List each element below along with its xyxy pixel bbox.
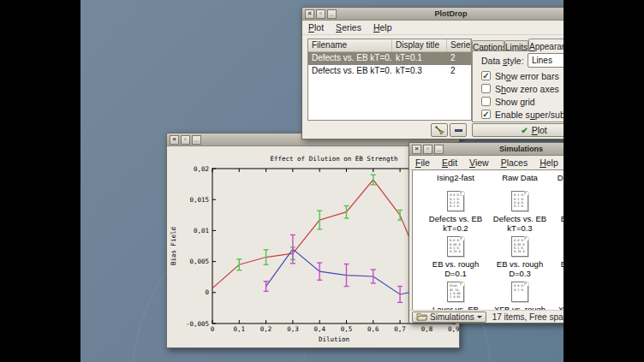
file-item-ising2-fast[interactable]: Ising2-fast [424,173,487,182]
checkbox-enable-super-subscripts[interactable]: ✓Enable super/subscripts [481,109,564,120]
status-text: 17 items, Free space: 4.2 GB [492,312,564,322]
close-icon[interactable]: × [170,135,179,145]
appearance-panel: Data style: Lines ✓Show error barsShow z… [472,50,564,122]
checkbox-show-zero-axes[interactable]: Show zero axes [481,83,559,94]
settings-tabs: CaptionsLimitsAppearanceExtra [472,39,564,51]
file-item-label: Raw Data [488,173,552,182]
series-cell: 2 [447,65,471,78]
location-button[interactable]: Simulations [412,312,486,323]
minimize-icon[interactable]: _ [192,135,201,145]
file-item-label: EB vs. roughD=0.3 [488,259,552,278]
simulations-menu-view[interactable]: View [463,157,495,169]
checkbox-label: Enable super/subscripts [495,110,564,120]
tab-appearance[interactable]: Appearance [528,39,564,51]
clear-list-button[interactable] [431,123,448,137]
simulations-menu-help[interactable]: Help [534,157,564,169]
file-list-row[interactable]: Defects vs. EB kT=0.1kT=0.12 [308,52,471,65]
column-header-1[interactable]: Display title [392,39,447,51]
data-file-icon: 0.0 0. 0.05 0 0.1 0. 0.15 0 [511,236,528,257]
filename-cell: Defects vs. EB kT=0.1 [308,52,392,65]
svg-text:0,5: 0,5 [341,325,353,333]
checkbox-checked-icon[interactable]: ✓ [481,71,491,80]
file-item-xfb-vs-rough[interactable]: 0.0 0. 0.05 0 0.1 0. 0.15 0XFB vs. rough [552,282,564,311]
file-item-layer-vs-eb[interactable]: kT=0. #1 1k 1 0.00 2 0.01Layer vs. EB [424,282,487,311]
data-file-preview-text: 0.0 0. 0.05 0 0.1 0. 0.15 0 [450,239,465,253]
file-item-xfb-vs-rough[interactable]: 0.0 0. 0.2 0.XFB vs. rough [488,282,552,311]
plotdrop-titlebar[interactable]: × ▫ _ PlotDrop [302,8,564,21]
series-cell: 2 [447,52,471,65]
file-item-defects-vs-eb-kt-0-3[interactable]: 0.2 0. 0.3 0. 0.4 0. 0.3 0.Defects vs. E… [488,191,552,233]
file-item-label: EB vs. roughD=0.1 [424,259,487,278]
file-list[interactable]: FilenameDisplay titleSeriesDefects vs. E… [307,39,472,121]
maximize-icon[interactable]: ▫ [423,145,432,154]
data-file-preview-text: 0.0 0. 0.2 0. [514,284,529,292]
checkbox-label: Show grid [495,97,535,107]
plotdrop-menu-series[interactable]: Series [330,21,367,33]
filename-cell: Defects vs. EB kT=0.3 [308,65,392,78]
file-list-row[interactable]: Defects vs. EB kT=0.3kT=0.32 [308,65,471,78]
data-file-preview-text: 0.0 0.2 0.1 0. 0.2 0. 0.3 0. [450,193,465,208]
remove-file-button[interactable] [450,123,467,137]
checkbox-label: Show zero axes [495,84,559,94]
check-icon: ✔ [521,126,528,135]
close-icon[interactable]: × [305,9,314,19]
svg-text:0,7: 0,7 [394,325,406,333]
folder-icon [416,312,427,321]
display-title-cell: kT=0.1 [392,52,447,65]
data-file-icon: 0.0 0. 0.2 0. [511,282,528,302]
svg-text:0,2: 0,2 [260,325,272,333]
simulations-menu-edit[interactable]: Edit [436,157,463,169]
maximize-icon[interactable]: ▫ [316,9,325,19]
file-item-defects-vs-eb-kt-0-1[interactable]: Defects vs. EBkT=0.1 [552,173,564,192]
file-item-eb-vs-rough-d-0-0[interactable]: 0.0 1. 0.05 0 0.1 0. 0.15 0EB vs. roughD… [552,191,564,233]
file-item-raw-data[interactable]: Raw Data [488,173,552,182]
close-icon[interactable]: × [412,145,421,154]
simulations-menu-file[interactable]: File [409,157,436,169]
svg-text:0,4: 0,4 [313,325,325,333]
desktop: × ▫ _ Effect of Dilution on EB StrengthD… [80,0,564,362]
data-file-icon: 0.0 0.2 0.1 0. 0.2 0. 0.3 0. [447,191,464,211]
checkbox-unchecked-icon[interactable] [481,97,491,106]
simulations-menubar: FileEditViewPlacesHelp [409,156,564,170]
file-item-eb-vs-rough-d-0-1[interactable]: 0.0 0. 0.05 0 0.1 0. 0.15 0EB vs. roughD… [424,236,487,278]
broom-icon [434,125,445,135]
data-style-select[interactable]: Lines [528,53,564,68]
file-item-label: Defects vs. EBkT=0.3 [488,214,552,233]
svg-text:0: 0 [211,325,215,333]
plotdrop-menu-help[interactable]: Help [367,21,398,33]
file-icon-view[interactable]: Ising2-fastRaw DataDefects vs. EBkT=0.10… [412,169,564,311]
file-item-label: Ising2-fast [424,173,487,182]
maximize-icon[interactable]: ▫ [181,135,190,145]
svg-text:-0,005: -0,005 [186,320,209,328]
simulations-titlebar[interactable]: × ▫ _ Simulations [409,143,564,156]
column-header-0[interactable]: Filename [308,39,392,51]
data-file-preview-text: 0.2 0. 0.3 0. 0.4 0. 0.3 0. [514,193,529,208]
data-style-label: Data style: [481,56,524,66]
column-header-2[interactable]: Series [447,39,471,51]
file-item-defects-vs-eb-kt-0-2[interactable]: 0.0 0.2 0.1 0. 0.2 0. 0.3 0.Defects vs. … [424,191,487,233]
file-item-eb-vs-rough-d-0-6[interactable]: 0.0 0. 0.05 0 0.1 0. 0.15 0EB vs. roughD… [552,236,564,278]
data-file-icon: 0.2 0. 0.3 0. 0.4 0. 0.3 0. [511,191,528,211]
checkbox-checked-icon[interactable]: ✓ [481,110,491,119]
checkbox-show-error-bars[interactable]: ✓Show error bars [481,70,559,81]
svg-text:Dilution: Dilution [319,335,349,343]
svg-text:0,6: 0,6 [367,325,379,333]
data-style-value: Lines [528,56,564,65]
simulations-window: × ▫ _ Simulations FileEditViewPlacesHelp… [408,142,564,323]
data-file-icon: kT=0. #1 1k 1 0.00 2 0.01 [447,282,464,302]
plotdrop-menu-plot[interactable]: Plot [302,21,330,33]
checkbox-unchecked-icon[interactable] [481,84,491,93]
svg-text:0,01: 0,01 [194,227,209,234]
minus-icon [455,129,462,132]
plot-button[interactable]: ✔ Plot [472,123,564,137]
checkbox-show-grid[interactable]: Show grid [481,96,535,107]
minimize-icon[interactable]: _ [327,9,337,19]
checkbox-label: Show error bars [495,71,559,81]
svg-text:0,3: 0,3 [287,325,299,333]
simulations-menu-places[interactable]: Places [495,157,534,169]
minimize-icon[interactable]: _ [434,145,444,154]
svg-text:0,015: 0,015 [189,196,209,204]
svg-text:Effect of Dilution on EB Stren: Effect of Dilution on EB Strength [270,155,397,163]
file-item-label: Defects vs. EBkT=0.1 [552,173,564,192]
file-item-eb-vs-rough-d-0-3[interactable]: 0.0 0. 0.05 0 0.1 0. 0.15 0EB vs. roughD… [488,236,552,278]
